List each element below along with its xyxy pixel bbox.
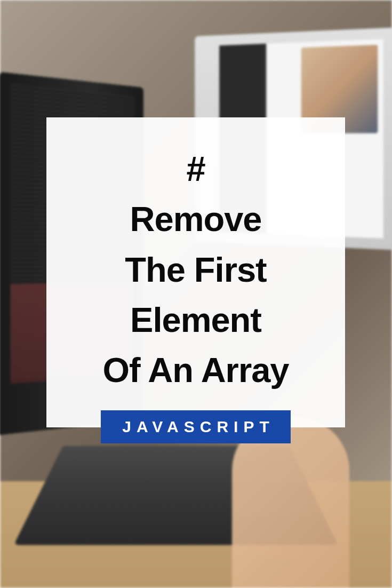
content-card: # Remove The First Element Of An Array J…	[46, 117, 345, 427]
card-title: # Remove The First Element Of An Array	[103, 144, 289, 395]
category-badge: JAVASCRIPT	[101, 410, 291, 443]
